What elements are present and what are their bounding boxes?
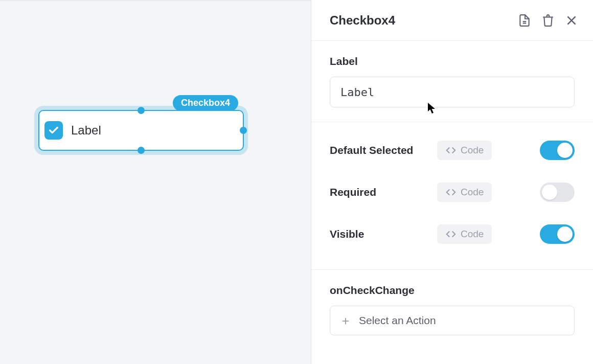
prop-label: Visible xyxy=(330,228,437,240)
toggle-visible[interactable] xyxy=(540,224,575,244)
prop-label: Required xyxy=(330,186,437,198)
action-placeholder: Select an Action xyxy=(359,314,436,327)
resize-handle-right[interactable] xyxy=(240,127,247,134)
event-section: onCheckChange ＋ Select an Action xyxy=(311,270,593,350)
select-action-dropdown[interactable]: ＋ Select an Action xyxy=(330,306,575,335)
checkbox-label-text: Label xyxy=(71,123,101,138)
prop-required: Required Code xyxy=(330,171,575,213)
code-chip[interactable]: Code xyxy=(437,224,492,244)
design-canvas[interactable]: Checkbox4 Label xyxy=(0,0,311,364)
label-section: Label xyxy=(311,41,593,122)
properties-panel: Checkbox4 Label Default Selected Code xyxy=(311,0,593,364)
code-chip[interactable]: Code xyxy=(437,141,492,160)
code-chip[interactable]: Code xyxy=(437,183,492,202)
panel-header: Checkbox4 xyxy=(311,0,593,41)
code-chip-text: Code xyxy=(461,229,484,240)
resize-handle-top[interactable] xyxy=(138,107,145,114)
code-chip-text: Code xyxy=(461,187,484,198)
prop-default-selected: Default Selected Code xyxy=(330,129,575,171)
resize-handle-bottom[interactable] xyxy=(138,147,145,154)
trash-icon[interactable] xyxy=(541,13,555,28)
label-input[interactable] xyxy=(330,77,575,107)
code-chip-text: Code xyxy=(461,145,484,156)
panel-title: Checkbox4 xyxy=(330,13,517,28)
event-name: onCheckChange xyxy=(330,284,575,297)
toggle-required[interactable] xyxy=(540,183,575,202)
checkbox-checked-icon[interactable] xyxy=(44,121,63,140)
component-name-tag: Checkbox4 xyxy=(173,95,238,111)
close-icon[interactable] xyxy=(564,13,579,28)
document-icon[interactable] xyxy=(517,13,532,28)
prop-visible: Visible Code xyxy=(330,213,575,255)
properties-list: Default Selected Code Required Code Visi… xyxy=(311,122,593,270)
checkbox-component-selection[interactable]: Label xyxy=(38,110,244,151)
label-field-name: Label xyxy=(330,55,575,67)
plus-icon: ＋ xyxy=(339,314,352,327)
toggle-default-selected[interactable] xyxy=(540,141,575,160)
prop-label: Default Selected xyxy=(330,144,437,156)
